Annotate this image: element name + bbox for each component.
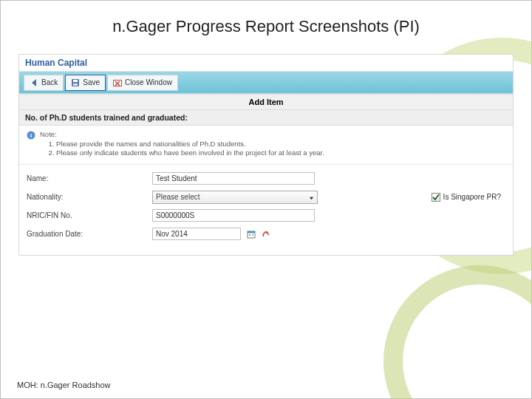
svg-rect-2 [73, 83, 78, 86]
save-label: Save [83, 78, 100, 86]
slide-title: n.Gager Progress Report Screenshots (PI) [1, 17, 531, 36]
info-icon: i [27, 131, 35, 140]
nric-input[interactable] [152, 209, 315, 222]
pr-checkbox-group: Is Singapore PR? [432, 193, 505, 202]
save-icon [71, 78, 80, 87]
pr-label: Is Singapore PR? [443, 193, 501, 201]
form-row-graduation: Graduation Date: [27, 226, 505, 242]
nationality-select[interactable]: Please select [152, 191, 318, 204]
note-label: Note: [40, 130, 324, 138]
graduation-date-input[interactable] [152, 228, 241, 240]
form-subheader: No. of Ph.D students trained and graduat… [19, 110, 513, 126]
clear-date-icon[interactable] [262, 230, 270, 239]
app-section-header: Human Capital [19, 55, 513, 72]
svg-rect-7 [248, 231, 255, 233]
section-title: Add Item [19, 94, 513, 110]
note-block: i Note: Please provide the names and nat… [19, 126, 513, 165]
form-area: Name: Nationality: Please select [19, 165, 513, 255]
chevron-down-icon [309, 194, 314, 200]
svg-text:i: i [30, 132, 32, 139]
close-label: Close Window [125, 78, 172, 86]
graduation-label: Graduation Date: [27, 230, 152, 238]
back-button[interactable]: Back [24, 75, 64, 91]
nationality-label: Nationality: [27, 193, 152, 201]
back-arrow-icon [30, 78, 38, 87]
decorative-circle [383, 265, 532, 399]
svg-rect-8 [249, 234, 250, 236]
nric-label: NRIC/FIN No. [27, 211, 152, 219]
toolbar: Back Save Close Window [19, 72, 513, 94]
form-row-nationality: Nationality: Please select Is Singapore … [27, 189, 505, 205]
name-label: Name: [27, 174, 152, 183]
note-item: Please provide the names and nationaliti… [56, 140, 324, 149]
pr-checkbox[interactable] [432, 193, 440, 202]
back-label: Back [41, 78, 58, 86]
svg-rect-1 [73, 80, 78, 82]
note-text: Note: Please provide the names and natio… [40, 130, 324, 158]
form-row-name: Name: [27, 171, 505, 187]
svg-rect-9 [252, 234, 253, 236]
form-row-nric: NRIC/FIN No. [27, 208, 505, 224]
close-window-button[interactable]: Close Window [107, 75, 178, 91]
close-icon [113, 78, 122, 87]
note-item: Please only indicate students who have b… [56, 149, 324, 157]
slide-frame: n.Gager Progress Report Screenshots (PI)… [0, 0, 532, 399]
nationality-value: Please select [156, 193, 200, 201]
app-window: Human Capital Back Save Close Window [18, 54, 514, 256]
calendar-icon[interactable] [247, 230, 256, 239]
save-button[interactable]: Save [65, 75, 106, 91]
name-input[interactable] [152, 172, 315, 185]
slide-footer: MOH: n.Gager Roadshow [17, 381, 111, 389]
